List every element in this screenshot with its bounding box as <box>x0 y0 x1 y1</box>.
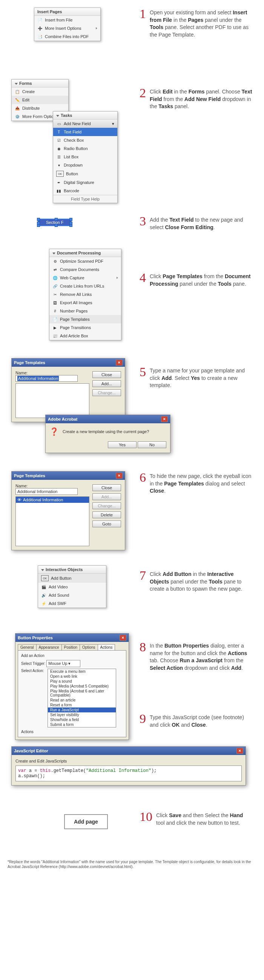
step-text: Click Edit in the Forms panel. Choose Te… <box>150 87 253 110</box>
close-button[interactable]: Close <box>92 371 121 378</box>
template-list[interactable]: 👁Additional Information <box>16 496 89 546</box>
optimize-icon: ⚙ <box>52 259 58 264</box>
field-type-button[interactable]: OKButton <box>53 169 117 178</box>
page-icon: 📄 <box>37 18 43 22</box>
barcode-icon: ▮▮ <box>56 188 62 193</box>
code-editor[interactable]: var a = this.getTemplate("Additional Inf… <box>16 765 242 781</box>
name-label: Name: <box>16 484 27 488</box>
delete-button[interactable]: Delete <box>92 511 121 518</box>
trigger-select[interactable]: Mouse Up ▾ <box>46 660 80 667</box>
opt[interactable]: Play Media (Acrobat 5 Compatible) <box>48 684 116 689</box>
tab-options[interactable]: Options <box>80 644 98 650</box>
swf-icon: ⚡ <box>41 601 46 606</box>
insert-pages-panel: Insert Pages 📄Insert from File ➕More Ins… <box>34 8 101 41</box>
step-number: 5 <box>140 366 146 379</box>
close-icon[interactable]: ✕ <box>119 635 126 641</box>
add-button[interactable]: Add... <box>92 493 121 500</box>
name-label: Name: <box>16 371 27 375</box>
item-compare[interactable]: ⇄Compare Documents <box>49 266 121 274</box>
action-select[interactable]: Execute a menu item Open a web link Play… <box>48 669 116 727</box>
opt[interactable]: Reset a form <box>48 703 116 708</box>
close-icon[interactable]: ✕ <box>237 748 243 754</box>
close-icon[interactable]: ✕ <box>161 416 168 422</box>
name-input[interactable]: Additional Information <box>16 375 78 382</box>
add-page-button-sample[interactable]: Add page <box>64 814 108 829</box>
field-type-dropdown[interactable]: ▾Dropdown <box>53 161 117 169</box>
item-optimize[interactable]: ⚙Optimize Scanned PDF <box>49 257 121 266</box>
change-button[interactable]: Change... <box>92 503 121 509</box>
plus-icon: ➕ <box>37 25 43 31</box>
menu-item-more-options[interactable]: ➕More Insert Options <box>34 24 100 32</box>
page-templates-dialog: Page Templates✕ Name: Additional Informa… <box>11 358 125 422</box>
opt-run-js[interactable]: Run a JavaScript <box>48 708 116 713</box>
close-button[interactable]: Close <box>92 484 121 491</box>
item-article[interactable]: 📰Add Article Box <box>49 332 121 340</box>
item-page-templates[interactable]: 📄Page Templates <box>49 315 121 323</box>
eyeball-icon[interactable]: 👁 <box>17 498 22 502</box>
item-web[interactable]: 🌐Web Capture <box>49 274 121 282</box>
dialog-title: Adobe Acrobat <box>48 417 77 422</box>
doc-processing-panel: Document Processing ⚙Optimize Scanned PD… <box>49 249 121 340</box>
field-type-text[interactable]: TText Field <box>53 128 117 136</box>
close-icon[interactable]: ✕ <box>116 473 122 479</box>
section-label: Add an Action <box>21 654 123 658</box>
field-type-help[interactable]: Field Type Help <box>53 195 117 203</box>
opt[interactable]: Show/hide a field <box>48 717 116 722</box>
add-new-field-header[interactable]: ▭Add New Field▾ <box>53 119 117 128</box>
opt[interactable]: Play Media (Acrobat 6 and Later Compatib… <box>48 689 116 698</box>
yes-button[interactable]: Yes <box>108 441 137 448</box>
step-number: 4 <box>140 271 146 284</box>
tab-appearance[interactable]: Appearance <box>36 644 62 650</box>
menu-item-insert-file[interactable]: 📄Insert from File <box>34 16 100 24</box>
menu-item-edit[interactable]: ✏️Edit <box>12 96 68 104</box>
item-add-button[interactable]: OKAdd Button <box>38 574 106 583</box>
step-number: 10 <box>140 810 153 823</box>
tab-actions[interactable]: Actions <box>98 644 115 650</box>
goto-button[interactable]: Goto <box>92 520 121 527</box>
panel-title: Insert Pages <box>34 8 100 16</box>
menu-item-combine[interactable]: 📑Combine Files into PDF <box>34 32 100 41</box>
menu-item-create[interactable]: 📋Create <box>12 88 68 96</box>
step-number: 3 <box>140 215 146 228</box>
name-input[interactable]: Additional Information <box>16 488 78 495</box>
item-export-img[interactable]: 🖼Export All Images <box>49 299 121 307</box>
step-text: Type this JavaScript code (see footnote)… <box>150 713 253 729</box>
step-text: Click Save and then Select the Hand tool… <box>156 810 253 827</box>
item-remove-links[interactable]: ✂Remove All Links <box>49 290 121 299</box>
editor-label: Create and Edit JavaScripts <box>16 759 242 763</box>
item-number[interactable]: #Number Pages <box>49 307 121 315</box>
field-type-listbox[interactable]: ☰List Box <box>53 153 117 161</box>
item-add-swf[interactable]: ⚡Add SWF <box>38 599 106 608</box>
chevron-right-icon <box>116 277 118 279</box>
opt[interactable]: Submit a form <box>48 722 116 727</box>
field-type-radio[interactable]: ◉Radio Button <box>53 144 117 153</box>
edit-icon: ✏️ <box>15 97 20 102</box>
field-type-barcode[interactable]: ▮▮Barcode <box>53 186 117 195</box>
panel-title: Document Processing <box>57 251 101 255</box>
step-number: 6 <box>140 471 146 484</box>
opt[interactable]: Open a web link <box>48 674 116 679</box>
step-text: To hide the new page, click the eyeball … <box>150 471 253 495</box>
item-transitions[interactable]: ▶Page Transitions <box>49 323 121 332</box>
field-type-signature[interactable]: ✒Digital Signature <box>53 178 117 186</box>
template-list[interactable] <box>16 383 89 418</box>
opt[interactable]: Set layer visibility <box>48 713 116 717</box>
opt[interactable]: Play a sound <box>48 679 116 684</box>
item-add-video[interactable]: 🎬Add Video <box>38 583 106 591</box>
close-icon[interactable]: ✕ <box>116 360 122 366</box>
item-links[interactable]: 🔗Create Links from URLs <box>49 282 121 290</box>
opt[interactable]: Execute a menu item <box>48 669 116 674</box>
field-type-checkbox[interactable]: ☑Check Box <box>53 136 117 144</box>
item-add-sound[interactable]: 🔊Add Sound <box>38 591 106 599</box>
change-button[interactable]: Change... <box>92 389 121 396</box>
create-icon: 📋 <box>15 89 20 94</box>
tab-general[interactable]: General <box>18 644 37 650</box>
no-button[interactable]: No <box>138 441 166 448</box>
tab-position[interactable]: Position <box>62 644 80 650</box>
opt[interactable]: Read an article <box>48 698 116 703</box>
text-field-widget[interactable]: Section F <box>38 219 72 226</box>
unlink-icon: ✂ <box>52 292 58 297</box>
question-icon: ❓ <box>49 427 59 436</box>
add-button[interactable]: Add... <box>92 380 121 387</box>
list-item[interactable]: 👁Additional Information <box>16 497 89 503</box>
